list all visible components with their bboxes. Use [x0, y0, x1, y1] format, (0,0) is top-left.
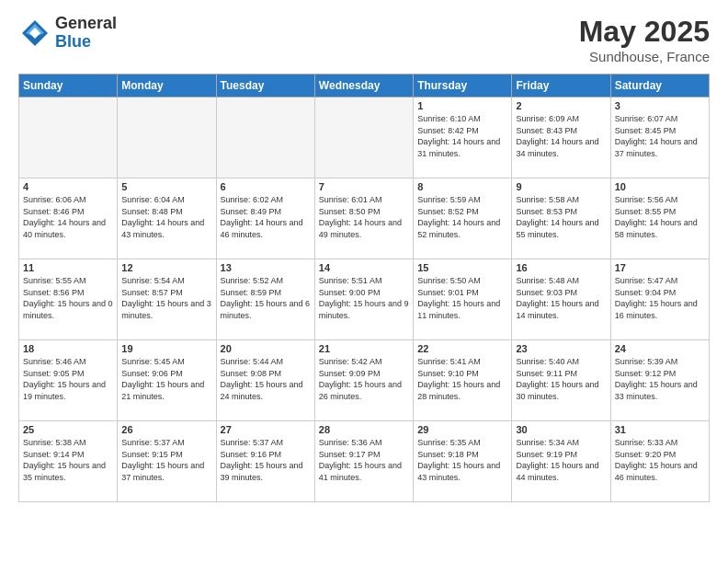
table-row: 27Sunrise: 5:37 AMSunset: 9:16 PMDayligh…	[216, 421, 314, 502]
calendar-week-row: 11Sunrise: 5:55 AMSunset: 8:56 PMDayligh…	[19, 259, 710, 340]
table-row: 23Sunrise: 5:40 AMSunset: 9:11 PMDayligh…	[512, 340, 610, 421]
table-row: 5Sunrise: 6:04 AMSunset: 8:48 PMDaylight…	[118, 178, 216, 259]
day-info: Sunrise: 6:10 AMSunset: 8:42 PMDaylight:…	[417, 113, 507, 159]
day-number: 5	[121, 181, 211, 192]
day-number: 20	[221, 343, 311, 354]
day-info: Sunrise: 6:02 AMSunset: 8:49 PMDaylight:…	[221, 194, 311, 240]
logo-blue-label: Blue	[55, 33, 117, 52]
day-number: 23	[516, 343, 606, 354]
calendar-table: Sunday Monday Tuesday Wednesday Thursday…	[18, 74, 710, 502]
table-row: 16Sunrise: 5:48 AMSunset: 9:03 PMDayligh…	[512, 259, 610, 340]
table-row	[19, 98, 118, 178]
page: General Blue May 2025 Sundhouse, France …	[0, 0, 728, 563]
table-row: 1Sunrise: 6:10 AMSunset: 8:42 PMDaylight…	[414, 98, 512, 178]
header-friday: Friday	[512, 75, 610, 98]
day-info: Sunrise: 5:59 AMSunset: 8:52 PMDaylight:…	[417, 194, 507, 240]
day-info: Sunrise: 6:06 AMSunset: 8:46 PMDaylight:…	[23, 194, 113, 240]
day-info: Sunrise: 5:58 AMSunset: 8:53 PMDaylight:…	[516, 194, 606, 240]
day-info: Sunrise: 5:40 AMSunset: 9:11 PMDaylight:…	[516, 356, 606, 402]
weekday-header-row: Sunday Monday Tuesday Wednesday Thursday…	[19, 75, 710, 98]
day-number: 28	[319, 424, 409, 435]
table-row: 30Sunrise: 5:34 AMSunset: 9:19 PMDayligh…	[512, 421, 610, 502]
day-info: Sunrise: 5:35 AMSunset: 9:18 PMDaylight:…	[417, 437, 507, 483]
table-row: 31Sunrise: 5:33 AMSunset: 9:20 PMDayligh…	[610, 421, 709, 502]
day-info: Sunrise: 6:04 AMSunset: 8:48 PMDaylight:…	[121, 194, 211, 240]
logo-general-label: General	[55, 15, 117, 33]
day-number: 22	[417, 343, 507, 354]
calendar-location: Sundhouse, France	[579, 49, 710, 64]
day-number: 21	[319, 343, 409, 354]
table-row: 25Sunrise: 5:38 AMSunset: 9:14 PMDayligh…	[19, 421, 118, 502]
day-number: 26	[121, 424, 211, 435]
table-row: 26Sunrise: 5:37 AMSunset: 9:15 PMDayligh…	[118, 421, 216, 502]
day-number: 14	[319, 262, 409, 273]
day-info: Sunrise: 5:36 AMSunset: 9:17 PMDaylight:…	[319, 437, 409, 483]
day-number: 10	[615, 181, 705, 192]
table-row: 11Sunrise: 5:55 AMSunset: 8:56 PMDayligh…	[19, 259, 118, 340]
day-info: Sunrise: 5:41 AMSunset: 9:10 PMDaylight:…	[417, 356, 507, 402]
day-number: 24	[615, 343, 705, 354]
day-info: Sunrise: 5:51 AMSunset: 9:00 PMDaylight:…	[319, 275, 409, 321]
title-block: May 2025 Sundhouse, France	[579, 15, 710, 64]
day-info: Sunrise: 5:37 AMSunset: 9:16 PMDaylight:…	[221, 437, 311, 483]
day-number: 30	[516, 424, 606, 435]
table-row: 12Sunrise: 5:54 AMSunset: 8:57 PMDayligh…	[118, 259, 216, 340]
table-row: 21Sunrise: 5:42 AMSunset: 9:09 PMDayligh…	[314, 340, 413, 421]
calendar-title: May 2025	[579, 15, 710, 49]
day-number: 2	[516, 100, 606, 111]
day-number: 16	[516, 262, 606, 273]
table-row: 17Sunrise: 5:47 AMSunset: 9:04 PMDayligh…	[610, 259, 709, 340]
table-row: 7Sunrise: 6:01 AMSunset: 8:50 PMDaylight…	[314, 178, 413, 259]
header-monday: Monday	[118, 75, 216, 98]
day-number: 15	[417, 262, 507, 273]
day-info: Sunrise: 5:48 AMSunset: 9:03 PMDaylight:…	[516, 275, 606, 321]
table-row: 3Sunrise: 6:07 AMSunset: 8:45 PMDaylight…	[610, 98, 709, 178]
table-row: 19Sunrise: 5:45 AMSunset: 9:06 PMDayligh…	[118, 340, 216, 421]
header-thursday: Thursday	[414, 75, 512, 98]
table-row: 28Sunrise: 5:36 AMSunset: 9:17 PMDayligh…	[314, 421, 413, 502]
day-info: Sunrise: 5:50 AMSunset: 9:01 PMDaylight:…	[417, 275, 507, 321]
day-info: Sunrise: 6:09 AMSunset: 8:43 PMDaylight:…	[516, 113, 606, 159]
day-number: 8	[417, 181, 507, 192]
table-row: 8Sunrise: 5:59 AMSunset: 8:52 PMDaylight…	[414, 178, 512, 259]
calendar-week-row: 1Sunrise: 6:10 AMSunset: 8:42 PMDaylight…	[19, 98, 710, 178]
table-row: 13Sunrise: 5:52 AMSunset: 8:59 PMDayligh…	[216, 259, 314, 340]
day-number: 17	[615, 262, 705, 273]
day-number: 9	[516, 181, 606, 192]
table-row	[118, 98, 216, 178]
table-row: 2Sunrise: 6:09 AMSunset: 8:43 PMDaylight…	[512, 98, 610, 178]
day-number: 27	[221, 424, 311, 435]
day-number: 25	[23, 424, 113, 435]
logo-icon	[18, 17, 51, 50]
day-number: 19	[121, 343, 211, 354]
day-info: Sunrise: 5:42 AMSunset: 9:09 PMDaylight:…	[319, 356, 409, 402]
day-number: 31	[615, 424, 705, 435]
day-info: Sunrise: 6:01 AMSunset: 8:50 PMDaylight:…	[319, 194, 409, 240]
day-info: Sunrise: 5:38 AMSunset: 9:14 PMDaylight:…	[23, 437, 113, 483]
calendar-week-row: 4Sunrise: 6:06 AMSunset: 8:46 PMDaylight…	[19, 178, 710, 259]
day-number: 6	[221, 181, 311, 192]
day-number: 7	[319, 181, 409, 192]
day-info: Sunrise: 6:07 AMSunset: 8:45 PMDaylight:…	[615, 113, 705, 159]
day-info: Sunrise: 5:56 AMSunset: 8:55 PMDaylight:…	[615, 194, 705, 240]
day-number: 29	[417, 424, 507, 435]
table-row: 29Sunrise: 5:35 AMSunset: 9:18 PMDayligh…	[414, 421, 512, 502]
table-row	[314, 98, 413, 178]
table-row: 24Sunrise: 5:39 AMSunset: 9:12 PMDayligh…	[610, 340, 709, 421]
day-info: Sunrise: 5:55 AMSunset: 8:56 PMDaylight:…	[23, 275, 113, 321]
day-info: Sunrise: 5:47 AMSunset: 9:04 PMDaylight:…	[615, 275, 705, 321]
day-info: Sunrise: 5:46 AMSunset: 9:05 PMDaylight:…	[23, 356, 113, 402]
day-info: Sunrise: 5:44 AMSunset: 9:08 PMDaylight:…	[221, 356, 311, 402]
logo-text: General Blue	[55, 15, 117, 52]
day-info: Sunrise: 5:33 AMSunset: 9:20 PMDaylight:…	[615, 437, 705, 483]
day-info: Sunrise: 5:54 AMSunset: 8:57 PMDaylight:…	[121, 275, 211, 321]
day-number: 12	[121, 262, 211, 273]
header-wednesday: Wednesday	[314, 75, 413, 98]
day-number: 18	[23, 343, 113, 354]
day-number: 1	[417, 100, 507, 111]
table-row: 9Sunrise: 5:58 AMSunset: 8:53 PMDaylight…	[512, 178, 610, 259]
day-info: Sunrise: 5:39 AMSunset: 9:12 PMDaylight:…	[615, 356, 705, 402]
header-tuesday: Tuesday	[216, 75, 314, 98]
day-info: Sunrise: 5:52 AMSunset: 8:59 PMDaylight:…	[221, 275, 311, 321]
table-row: 20Sunrise: 5:44 AMSunset: 9:08 PMDayligh…	[216, 340, 314, 421]
